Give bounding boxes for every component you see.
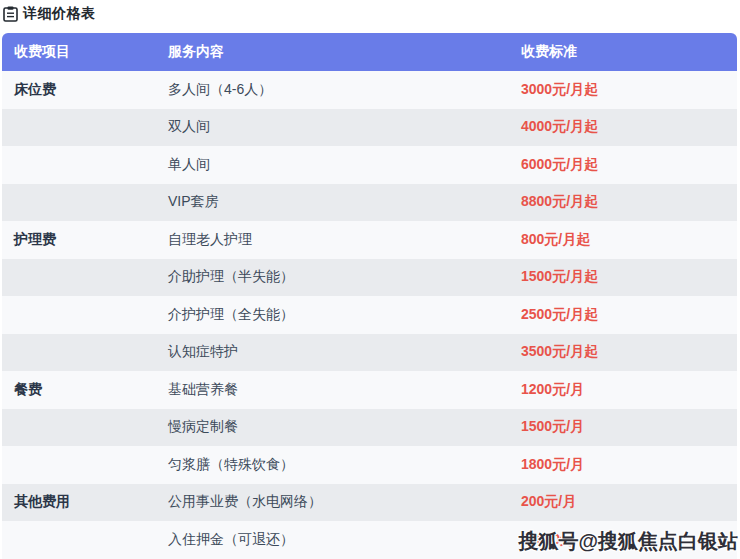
- service-cell: 入住押金（可退还）: [168, 531, 521, 549]
- table-row: 双人间 4000元/月起: [2, 109, 737, 147]
- service-cell: 自理老人护理: [168, 231, 521, 249]
- service-cell: VIP套房: [168, 193, 521, 211]
- service-cell: 匀浆膳（特殊饮食）: [168, 456, 521, 474]
- service-cell: 公用事业费（水电网络）: [168, 493, 521, 511]
- table-header-row: 收费项目 服务内容 收费标准: [2, 33, 737, 71]
- table-row: 介助护理（半失能） 1500元/月起: [2, 259, 737, 297]
- table-row: VIP套房 8800元/月起: [2, 184, 737, 222]
- fee-item-cell: 餐费: [2, 381, 168, 399]
- table-row: 单人间 6000元/月起: [2, 146, 737, 184]
- fee-item-cell: 护理费: [2, 231, 168, 249]
- fee-standard-cell: 200元/月: [521, 493, 737, 511]
- fee-standard-cell: 6000元/月起: [521, 156, 737, 174]
- table-row: 介护护理（全失能） 2500元/月起: [2, 296, 737, 334]
- fee-standard-cell: 2500元/月起: [521, 306, 737, 324]
- fee-standard-cell: 1200元/月: [521, 381, 737, 399]
- fee-standard-cell: 3500元/月起: [521, 343, 737, 361]
- fee-standard-cell: 3000元/月起: [521, 81, 737, 99]
- fee-standard-cell: 1500元/月起: [521, 268, 737, 286]
- watermark: 搜狐号@搜狐焦点白银站: [518, 528, 738, 555]
- fee-standard-cell: 8800元/月起: [521, 193, 737, 211]
- header-fee-item: 收费项目: [2, 43, 168, 61]
- fee-standard-cell: 4000元/月起: [521, 118, 737, 136]
- service-cell: 认知症特护: [168, 343, 521, 361]
- service-cell: 多人间（4-6人）: [168, 81, 521, 99]
- fee-standard-cell: 1800元/月: [521, 456, 737, 474]
- fee-standard-cell: 800元/月起: [521, 231, 737, 249]
- service-cell: 介护护理（全失能）: [168, 306, 521, 324]
- service-cell: 双人间: [168, 118, 521, 136]
- price-table: 收费项目 服务内容 收费标准 床位费 多人间（4-6人） 3000元/月起 双人…: [2, 33, 737, 559]
- table-row: 其他费用 公用事业费（水电网络） 200元/月: [2, 484, 737, 522]
- header-fee-standard: 收费标准: [521, 43, 737, 61]
- table-row: 护理费 自理老人护理 800元/月起: [2, 221, 737, 259]
- service-cell: 单人间: [168, 156, 521, 174]
- service-cell: 基础营养餐: [168, 381, 521, 399]
- table-row: 床位费 多人间（4-6人） 3000元/月起: [2, 71, 737, 109]
- service-cell: 介助护理（半失能）: [168, 268, 521, 286]
- fee-item-cell: 其他费用: [2, 493, 168, 511]
- table-row: 餐费 基础营养餐 1200元/月: [2, 371, 737, 409]
- table-row: 慢病定制餐 1500元/月: [2, 409, 737, 447]
- page-title: 详细价格表: [23, 5, 96, 23]
- table-body: 床位费 多人间（4-6人） 3000元/月起 双人间 4000元/月起 单人间 …: [2, 71, 737, 559]
- header-service: 服务内容: [168, 43, 521, 61]
- page-title-row: 详细价格表: [3, 5, 96, 23]
- service-cell: 慢病定制餐: [168, 418, 521, 436]
- fee-standard-cell: 1500元/月: [521, 418, 737, 436]
- table-row: 匀浆膳（特殊饮食） 1800元/月: [2, 446, 737, 484]
- clipboard-icon: [3, 6, 18, 22]
- fee-item-cell: 床位费: [2, 81, 168, 99]
- table-row: 认知症特护 3500元/月起: [2, 334, 737, 372]
